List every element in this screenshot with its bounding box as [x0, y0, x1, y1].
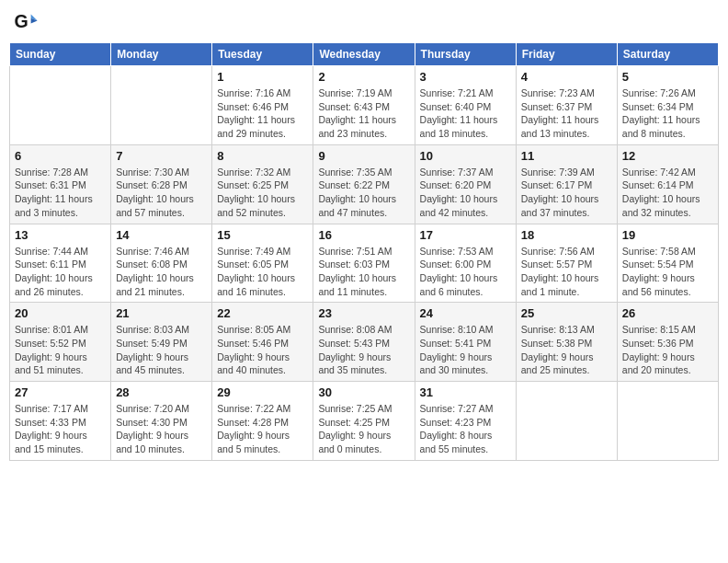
calendar-cell-w1-d3: 1Sunrise: 7:16 AM Sunset: 6:46 PM Daylig… — [212, 66, 313, 145]
week-row-3: 13Sunrise: 7:44 AM Sunset: 6:11 PM Dayli… — [10, 224, 719, 303]
day-info: Sunrise: 8:10 AM Sunset: 5:41 PM Dayligh… — [420, 323, 511, 377]
calendar-cell-w5-d7 — [617, 382, 718, 461]
calendar-cell-w1-d2 — [111, 66, 212, 145]
day-number: 8 — [217, 149, 308, 163]
day-info: Sunrise: 7:46 AM Sunset: 6:08 PM Dayligh… — [116, 245, 207, 299]
day-info: Sunrise: 7:37 AM Sunset: 6:20 PM Dayligh… — [420, 166, 511, 220]
day-number: 16 — [318, 228, 409, 242]
day-info: Sunrise: 7:53 AM Sunset: 6:00 PM Dayligh… — [420, 245, 511, 299]
calendar-cell-w4-d6: 25Sunrise: 8:13 AM Sunset: 5:38 PM Dayli… — [516, 303, 617, 382]
calendar-cell-w3-d2: 14Sunrise: 7:46 AM Sunset: 6:08 PM Dayli… — [111, 224, 212, 303]
day-info: Sunrise: 7:39 AM Sunset: 6:17 PM Dayligh… — [521, 166, 612, 220]
weekday-header-saturday: Saturday — [617, 43, 718, 66]
calendar-cell-w2-d6: 11Sunrise: 7:39 AM Sunset: 6:17 PM Dayli… — [516, 144, 617, 224]
day-number: 30 — [318, 385, 409, 399]
day-info: Sunrise: 8:03 AM Sunset: 5:49 PM Dayligh… — [116, 323, 207, 377]
day-info: Sunrise: 7:16 AM Sunset: 6:46 PM Dayligh… — [217, 86, 308, 141]
day-number: 1 — [217, 70, 308, 84]
day-number: 18 — [521, 228, 612, 242]
day-info: Sunrise: 7:27 AM Sunset: 4:23 PM Dayligh… — [420, 402, 511, 456]
day-info: Sunrise: 7:32 AM Sunset: 6:25 PM Dayligh… — [217, 166, 308, 220]
day-number: 7 — [116, 149, 207, 163]
day-info: Sunrise: 7:58 AM Sunset: 5:54 PM Dayligh… — [622, 245, 713, 299]
calendar-cell-w5-d2: 28Sunrise: 7:20 AM Sunset: 4:30 PM Dayli… — [111, 382, 212, 461]
calendar-cell-w3-d1: 13Sunrise: 7:44 AM Sunset: 6:11 PM Dayli… — [10, 224, 111, 303]
day-info: Sunrise: 7:25 AM Sunset: 4:25 PM Dayligh… — [318, 402, 409, 456]
day-number: 6 — [15, 149, 106, 163]
day-number: 25 — [521, 306, 612, 320]
day-number: 29 — [217, 385, 308, 399]
calendar-cell-w4-d7: 26Sunrise: 8:15 AM Sunset: 5:36 PM Dayli… — [617, 303, 718, 382]
day-number: 13 — [15, 228, 106, 242]
day-number: 3 — [420, 70, 511, 84]
weekday-header-wednesday: Wednesday — [313, 43, 415, 66]
day-number: 5 — [622, 70, 713, 84]
day-info: Sunrise: 7:22 AM Sunset: 4:28 PM Dayligh… — [217, 402, 308, 456]
calendar-cell-w2-d4: 9Sunrise: 7:35 AM Sunset: 6:22 PM Daylig… — [313, 144, 415, 224]
calendar-cell-w3-d3: 15Sunrise: 7:49 AM Sunset: 6:05 PM Dayli… — [212, 224, 313, 303]
calendar-cell-w3-d4: 16Sunrise: 7:51 AM Sunset: 6:03 PM Dayli… — [313, 224, 415, 303]
calendar-cell-w4-d5: 24Sunrise: 8:10 AM Sunset: 5:41 PM Dayli… — [415, 303, 516, 382]
weekday-header-friday: Friday — [516, 43, 617, 66]
calendar-cell-w4-d2: 21Sunrise: 8:03 AM Sunset: 5:49 PM Dayli… — [111, 303, 212, 382]
day-number: 21 — [116, 306, 207, 320]
day-info: Sunrise: 7:35 AM Sunset: 6:22 PM Dayligh… — [318, 166, 409, 220]
day-info: Sunrise: 7:42 AM Sunset: 6:14 PM Dayligh… — [622, 166, 713, 220]
day-number: 26 — [622, 306, 713, 320]
calendar-cell-w5-d5: 31Sunrise: 7:27 AM Sunset: 4:23 PM Dayli… — [415, 382, 516, 461]
day-info: Sunrise: 7:17 AM Sunset: 4:33 PM Dayligh… — [15, 402, 106, 456]
logo: G — [13, 9, 40, 35]
day-number: 22 — [217, 306, 308, 320]
calendar-cell-w3-d5: 17Sunrise: 7:53 AM Sunset: 6:00 PM Dayli… — [415, 224, 516, 303]
day-number: 4 — [521, 70, 612, 84]
day-number: 2 — [318, 70, 409, 84]
week-row-5: 27Sunrise: 7:17 AM Sunset: 4:33 PM Dayli… — [10, 382, 719, 461]
calendar-cell-w2-d5: 10Sunrise: 7:37 AM Sunset: 6:20 PM Dayli… — [415, 144, 516, 224]
day-number: 12 — [622, 149, 713, 163]
day-number: 19 — [622, 228, 713, 242]
day-info: Sunrise: 8:13 AM Sunset: 5:38 PM Dayligh… — [521, 323, 612, 377]
day-info: Sunrise: 7:19 AM Sunset: 6:43 PM Dayligh… — [318, 86, 409, 141]
calendar-cell-w5-d1: 27Sunrise: 7:17 AM Sunset: 4:33 PM Dayli… — [10, 382, 111, 461]
day-info: Sunrise: 7:30 AM Sunset: 6:28 PM Dayligh… — [116, 166, 207, 220]
day-number: 27 — [15, 385, 106, 399]
calendar-table: SundayMondayTuesdayWednesdayThursdayFrid… — [9, 42, 719, 461]
calendar-cell-w4-d3: 22Sunrise: 8:05 AM Sunset: 5:46 PM Dayli… — [212, 303, 313, 382]
day-info: Sunrise: 7:26 AM Sunset: 6:34 PM Dayligh… — [622, 86, 713, 141]
day-number: 10 — [420, 149, 511, 163]
day-info: Sunrise: 8:15 AM Sunset: 5:36 PM Dayligh… — [622, 323, 713, 377]
calendar-cell-w5-d3: 29Sunrise: 7:22 AM Sunset: 4:28 PM Dayli… — [212, 382, 313, 461]
day-info: Sunrise: 7:21 AM Sunset: 6:40 PM Dayligh… — [420, 86, 511, 141]
day-number: 14 — [116, 228, 207, 242]
calendar-cell-w3-d7: 19Sunrise: 7:58 AM Sunset: 5:54 PM Dayli… — [617, 224, 718, 303]
calendar-cell-w1-d6: 4Sunrise: 7:23 AM Sunset: 6:37 PM Daylig… — [516, 66, 617, 145]
day-info: Sunrise: 7:20 AM Sunset: 4:30 PM Dayligh… — [116, 402, 207, 456]
day-number: 31 — [420, 385, 511, 399]
calendar-cell-w2-d2: 7Sunrise: 7:30 AM Sunset: 6:28 PM Daylig… — [111, 144, 212, 224]
day-number: 11 — [521, 149, 612, 163]
calendar-cell-w5-d4: 30Sunrise: 7:25 AM Sunset: 4:25 PM Dayli… — [313, 382, 415, 461]
weekday-header-sunday: Sunday — [10, 43, 111, 66]
day-info: Sunrise: 8:05 AM Sunset: 5:46 PM Dayligh… — [217, 323, 308, 377]
day-number: 23 — [318, 306, 409, 320]
calendar-cell-w3-d6: 18Sunrise: 7:56 AM Sunset: 5:57 PM Dayli… — [516, 224, 617, 303]
day-info: Sunrise: 7:28 AM Sunset: 6:31 PM Dayligh… — [15, 166, 106, 220]
day-number: 28 — [116, 385, 207, 399]
day-info: Sunrise: 8:01 AM Sunset: 5:52 PM Dayligh… — [15, 323, 106, 377]
week-row-4: 20Sunrise: 8:01 AM Sunset: 5:52 PM Dayli… — [10, 303, 719, 382]
day-info: Sunrise: 7:49 AM Sunset: 6:05 PM Dayligh… — [217, 245, 308, 299]
svg-text:G: G — [14, 11, 28, 31]
day-info: Sunrise: 7:44 AM Sunset: 6:11 PM Dayligh… — [15, 245, 106, 299]
page-header: G — [9, 9, 719, 35]
calendar-cell-w2-d3: 8Sunrise: 7:32 AM Sunset: 6:25 PM Daylig… — [212, 144, 313, 224]
week-row-2: 6Sunrise: 7:28 AM Sunset: 6:31 PM Daylig… — [10, 144, 719, 224]
weekday-header-thursday: Thursday — [415, 43, 516, 66]
week-row-1: 1Sunrise: 7:16 AM Sunset: 6:46 PM Daylig… — [10, 66, 719, 145]
calendar-cell-w1-d5: 3Sunrise: 7:21 AM Sunset: 6:40 PM Daylig… — [415, 66, 516, 145]
calendar-cell-w2-d1: 6Sunrise: 7:28 AM Sunset: 6:31 PM Daylig… — [10, 144, 111, 224]
calendar-cell-w1-d7: 5Sunrise: 7:26 AM Sunset: 6:34 PM Daylig… — [617, 66, 718, 145]
day-number: 24 — [420, 306, 511, 320]
day-info: Sunrise: 7:23 AM Sunset: 6:37 PM Dayligh… — [521, 86, 612, 141]
weekday-header-monday: Monday — [111, 43, 212, 66]
day-info: Sunrise: 8:08 AM Sunset: 5:43 PM Dayligh… — [318, 323, 409, 377]
